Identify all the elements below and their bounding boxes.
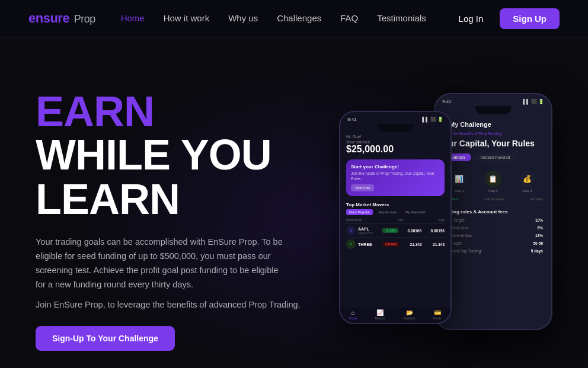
- phone-mockups: 9:41 ▌▌ ⬛ 🔋 ‹ My Challenge Enjoy the Ben…: [339, 93, 552, 348]
- phone-back-title: My Challenge: [449, 121, 491, 128]
- rule-max-daily-loss: Max Daily loss: 5%: [435, 224, 551, 232]
- rule-profit-target-value: 10%: [535, 218, 543, 222]
- steps-labels: Audition Clarification Funded: [435, 197, 551, 201]
- aapl-symbol: AAPL: [358, 227, 373, 231]
- movers-tab-equity[interactable]: Equity now: [376, 209, 399, 215]
- step-2-icon: 📋 Step 2: [485, 171, 501, 193]
- phone-back-rules-title: Trading rules & Account fees: [435, 207, 551, 216]
- mover-row-three: 3 THREE CH.042 21.343 21.343: [346, 237, 445, 251]
- nav-links: Home How it work Why us Challenges FAQ T…: [121, 13, 426, 24]
- phone-back-tabs: Audition Instant Funded: [435, 149, 551, 166]
- nav-funds[interactable]: 💳 Funds: [433, 309, 442, 320]
- phone-front-nav: ⌂ Home 📈 Markets 📂 Positions 💳 Funds: [340, 306, 450, 323]
- phone-back-notch: [475, 106, 511, 114]
- signup-button[interactable]: Sign Up: [500, 8, 560, 29]
- movers-tab-watchlist[interactable]: My Watchlist: [402, 209, 429, 215]
- step-3-circle: 💰: [519, 171, 535, 187]
- three-price2: 21.343: [433, 242, 445, 247]
- movers-header: Market (6) Sell Buy: [346, 218, 445, 222]
- balance-label: Your balance: [346, 140, 445, 144]
- step-2-circle: 📋: [485, 171, 501, 187]
- phone-back-icons-row: 📊 Step 1 📋 Step 2 💰 Step 3: [435, 166, 551, 197]
- rule-max-daily-loss-value: 5%: [538, 226, 543, 230]
- nav-link-home[interactable]: Home: [121, 13, 145, 23]
- nav-link-how-it-work[interactable]: How it work: [164, 13, 210, 23]
- hero-join-text: Join EnSure Prop, to leverage the benefi…: [36, 300, 301, 309]
- nav-link-testimonials[interactable]: Testimonials: [377, 13, 426, 23]
- logo-prop-text: Prop: [74, 13, 95, 25]
- three-icon: 3: [346, 239, 356, 249]
- three-price: 21.343: [410, 242, 422, 247]
- three-badge: CH.042: [383, 242, 399, 247]
- challenge-promo-box: Start your Challenge! Join the future of…: [346, 159, 445, 196]
- hero-left: EARN WHILE YOU LEARN Your trading goals …: [36, 90, 301, 351]
- nav-item-challenges[interactable]: Challenges: [277, 13, 321, 24]
- login-button[interactable]: Log In: [452, 9, 491, 28]
- col-sell: Sell: [397, 218, 403, 222]
- nav-link-challenges[interactable]: Challenges: [277, 13, 321, 23]
- three-name-group: THREE: [358, 242, 372, 247]
- phone-front-status: 9:41 ▌▌ ⬛ 🔋: [340, 112, 450, 124]
- hero-earn-title: EARN: [36, 90, 301, 133]
- movers-tab-popular[interactable]: Most Popular: [346, 209, 373, 215]
- col-market: Market (6): [346, 218, 362, 222]
- nav-home-label: Home: [349, 316, 357, 320]
- challenge-desc: Join the future of Prop Trading. Our Cap…: [351, 171, 440, 181]
- hero-while-you: WHILE YOU: [36, 131, 271, 178]
- nav-link-why-us[interactable]: Why us: [228, 13, 258, 23]
- rule-profit-split-value: 50-50: [533, 241, 543, 245]
- nav-home[interactable]: ⌂ Home: [349, 309, 357, 320]
- nav-markets-label: Markets: [375, 316, 386, 320]
- step-clarification-label: Clarification: [484, 197, 504, 201]
- status-icons: ▌▌ ⬛ 🔋: [523, 99, 544, 104]
- aapl-icon: A: [346, 226, 356, 235]
- step-1-circle: 📊: [451, 171, 468, 187]
- challenge-title: Start your Challenge!: [351, 164, 440, 169]
- step-2-label: Step 2: [488, 189, 498, 193]
- aapl-price: 0.00108: [408, 229, 422, 233]
- hero-subtitle: WHILE YOU LEARN: [36, 133, 301, 222]
- front-status-time: 9:41: [347, 117, 357, 122]
- front-status-icons: ▌▌ ⬛ 🔋: [422, 117, 443, 122]
- nav-actions: Log In Sign Up: [452, 8, 560, 29]
- mover-aapl-info: A AAPL Apple.com: [346, 226, 373, 235]
- phone-front: 9:41 ▌▌ ⬛ 🔋 Hi, Guy! Your balance $25,00…: [339, 111, 452, 324]
- positions-icon: 📂: [406, 309, 413, 316]
- movers-tabs: Most Popular Equity now My Watchlist: [346, 209, 445, 215]
- nav-markets[interactable]: 📈 Markets: [375, 309, 386, 320]
- phone-back-header: ‹ My Challenge: [435, 114, 551, 132]
- step-1-label: Step 1: [455, 189, 464, 193]
- phone-back-main-title: Our Capital, Your Rules: [435, 139, 551, 149]
- phone-back-status: 9:41 ▌▌ ⬛ 🔋: [435, 94, 551, 106]
- hero-section: EARN WHILE YOU LEARN Your trading goals …: [0, 37, 588, 368]
- hero-learn: LEARN: [36, 175, 180, 223]
- logo-en: en: [28, 11, 43, 25]
- aapl-sub: Apple.com: [358, 231, 373, 235]
- nav-item-testimonials[interactable]: Testimonials: [377, 13, 426, 24]
- nav-item-how-it-work[interactable]: How it work: [164, 13, 210, 24]
- cta-button[interactable]: Sign-Up To Your Challenge: [36, 326, 175, 351]
- aapl-badge: +1.08%: [382, 228, 398, 233]
- rule-profit-split: Profit Split: 50-50: [435, 239, 551, 247]
- col-buy: Buy: [439, 218, 445, 222]
- challenge-start-btn[interactable]: Start now: [351, 184, 374, 191]
- aapl-name-group: AAPL Apple.com: [358, 227, 373, 235]
- phone-front-content: Hi, Guy! Your balance $25,000.00 Start y…: [340, 132, 450, 253]
- phone-back-divider: [442, 204, 544, 204]
- step-3-icon: 💰 Step 3: [519, 171, 535, 193]
- nav-link-faq[interactable]: FAQ: [340, 13, 358, 23]
- nav-item-faq[interactable]: FAQ: [340, 13, 358, 24]
- tab-instant-funded[interactable]: Instant Funded: [474, 153, 516, 161]
- nav-funds-label: Funds: [433, 316, 442, 320]
- markets-icon: 📈: [376, 309, 384, 316]
- nav-item-why-us[interactable]: Why us: [228, 13, 258, 24]
- mover-row-aapl: A AAPL Apple.com +1.08% 0.00108 0.00158: [346, 223, 445, 237]
- phone-front-notch: [378, 124, 413, 132]
- nav-positions[interactable]: 📂 Positions: [404, 309, 416, 320]
- hero-description: Your trading goals can be accomplished w…: [36, 235, 290, 292]
- mover-three-info: 3 THREE: [346, 239, 372, 249]
- logo-sure: sure: [43, 11, 69, 25]
- step-1-icon: 📊 Step 1: [451, 171, 468, 193]
- navbar: ensure Prop Home How it work Why us Chal…: [0, 0, 588, 37]
- nav-item-home[interactable]: Home: [121, 13, 145, 24]
